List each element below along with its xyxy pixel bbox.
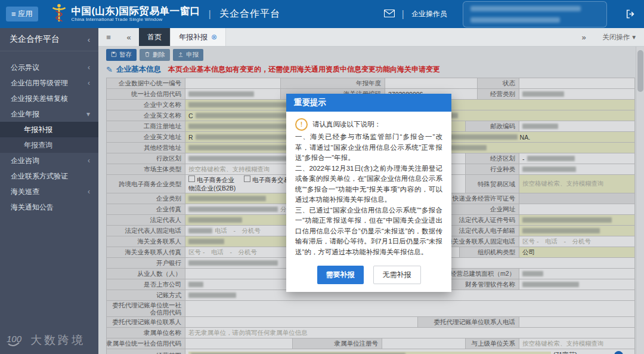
form-field[interactable] bbox=[519, 121, 634, 131]
form-field[interactable]: - bbox=[519, 153, 634, 164]
form-field[interactable] bbox=[519, 215, 634, 225]
scrollbar-thumb[interactable] bbox=[637, 50, 643, 92]
sidebar-item-label: 企业信用等级管理 bbox=[11, 78, 68, 88]
close-tab-icon[interactable]: ⊗ bbox=[211, 33, 217, 41]
checkbox-option[interactable]: 电子商务企业 bbox=[188, 176, 234, 184]
site-title: 中国(山东)国际贸易单一窗口 China International Trade… bbox=[72, 5, 200, 23]
form-row: 隶属单位名称若无隶属单位，请勿填写任何隶属单位信息 bbox=[107, 328, 634, 338]
form-field[interactable] bbox=[519, 78, 634, 88]
sidebar-item[interactable]: 企业联系方式验证 bbox=[0, 168, 98, 184]
modal-intro: 请认真阅读以下说明： bbox=[312, 119, 381, 130]
form-field[interactable] bbox=[385, 78, 478, 88]
menu-toggle-icon[interactable]: ≡ bbox=[98, 28, 119, 46]
form-label: 与上级单位关系 bbox=[466, 338, 519, 349]
checkbox-label: 物流企业(仅B2B) bbox=[188, 184, 236, 192]
form-label: 行业种类 bbox=[466, 164, 519, 174]
sidebar-item[interactable]: 企业咨询‹ bbox=[0, 153, 98, 168]
form-field[interactable] bbox=[519, 226, 634, 236]
watermark: 100 大数跨境 bbox=[6, 333, 85, 348]
tab-label: 年报补报 bbox=[179, 32, 208, 42]
site-title-cn: 中国(山东)国际贸易单一窗口 bbox=[72, 5, 200, 16]
field-text: 按空格键检索、支持模糊查询 bbox=[522, 340, 604, 348]
redacted-text bbox=[188, 293, 236, 298]
close-operations-dropdown[interactable]: 关闭操作 ▾ bbox=[594, 28, 644, 46]
form-field[interactable] bbox=[519, 204, 634, 214]
sidebar-item[interactable]: 企业报关差错复核 bbox=[0, 91, 98, 106]
form-field[interactable]: 若无隶属单位，请勿填写任何隶属单位信息 bbox=[185, 328, 634, 338]
sidebar-item[interactable]: 企业信用等级管理‹ bbox=[0, 75, 98, 91]
field-text: 按空格键检索、支持模糊查询 bbox=[522, 180, 604, 188]
form-label: 海关业务联系人 bbox=[107, 236, 185, 247]
tab-label: 首页 bbox=[147, 32, 162, 42]
redacted-text bbox=[522, 124, 558, 129]
sidebar-item[interactable]: 公示异议‹ bbox=[0, 60, 98, 75]
form-field[interactable] bbox=[519, 89, 634, 99]
no-supplement-button[interactable]: 无需补报 bbox=[373, 266, 421, 284]
redacted-text bbox=[188, 207, 278, 212]
redacted-text bbox=[522, 282, 579, 287]
form-field[interactable] bbox=[185, 78, 281, 88]
sidebar-item[interactable]: 海关巡查‹ bbox=[0, 184, 98, 199]
form-field[interactable]: (71字节)••• bbox=[185, 349, 634, 354]
sidebar-item[interactable]: 年报补报 bbox=[0, 122, 98, 137]
form-field[interactable] bbox=[519, 269, 634, 279]
vertical-scrollbar[interactable] bbox=[636, 47, 644, 354]
more-icon[interactable]: ••• bbox=[614, 351, 623, 354]
redacted-text bbox=[522, 271, 543, 276]
field-text: 电话 - 分机号 bbox=[215, 227, 261, 235]
sidebar-title: 关企合作平台 bbox=[10, 34, 60, 45]
sidebar-item[interactable]: 企业年报▾ bbox=[0, 106, 98, 122]
redacted-text bbox=[188, 282, 203, 287]
need-supplement-button[interactable]: 需要补报 bbox=[317, 266, 364, 284]
mail-icon[interactable] bbox=[384, 9, 395, 20]
sidebar-header[interactable]: 关企合作平台 ‹ bbox=[0, 28, 98, 51]
sidebar-item[interactable]: 年报查询 bbox=[0, 137, 98, 153]
form-field[interactable]: 区号 - 电话 - 分机号 bbox=[519, 236, 634, 247]
logout-icon[interactable] bbox=[626, 9, 636, 21]
sidebar-item-label: 企业年报 bbox=[11, 109, 39, 119]
declare-button[interactable]: 申报 bbox=[173, 49, 203, 61]
scroll-tabs-right-icon[interactable]: » bbox=[574, 28, 594, 46]
platform-title: 关企合作平台 bbox=[219, 8, 280, 20]
form-field[interactable] bbox=[519, 193, 634, 204]
form-label: 开户银行 bbox=[107, 258, 185, 268]
form-field[interactable]: 按空格键检索、支持模糊查询 bbox=[519, 338, 634, 349]
tab[interactable]: 首页 bbox=[139, 28, 171, 46]
form-label: 跨境电子商务企业类型 bbox=[107, 175, 185, 193]
form-label: 从业人数（人） bbox=[107, 269, 185, 279]
save-button[interactable]: 暂存 bbox=[106, 49, 137, 61]
tab[interactable]: 年报补报⊗ bbox=[171, 28, 226, 46]
apps-menu-button[interactable]: ≡ 应用 bbox=[6, 7, 38, 21]
form-field[interactable] bbox=[519, 279, 634, 290]
form-label: 法定代表人固定电话 bbox=[107, 226, 185, 236]
chevron-icon: ‹ bbox=[88, 63, 90, 72]
form-field[interactable] bbox=[185, 89, 281, 99]
delete-button[interactable]: 删除 bbox=[140, 49, 170, 61]
form-label: 委托代理记账单位联系人 bbox=[107, 317, 185, 327]
checkbox-icon[interactable] bbox=[244, 176, 250, 182]
form-field[interactable]: 按空格键检索、支持模糊查询 bbox=[519, 175, 634, 193]
form-label: 隶属单位统一社会信用代码 bbox=[107, 338, 185, 349]
modal-title: 重要提示 bbox=[286, 94, 451, 112]
field-text: NA. bbox=[520, 134, 531, 141]
form-field[interactable] bbox=[185, 317, 418, 327]
form-field[interactable] bbox=[185, 301, 634, 316]
form-field[interactable]: 公司 bbox=[519, 247, 634, 257]
redacted-text bbox=[522, 91, 564, 97]
checkbox-option[interactable]: 物流企业(仅B2B) bbox=[188, 184, 236, 192]
tab-bar: ≡ « 首页年报补报⊗ » 关闭操作 ▾ bbox=[98, 28, 644, 47]
sidebar-item[interactable]: 海关通知公告 bbox=[0, 199, 98, 215]
form-field[interactable] bbox=[382, 338, 466, 349]
chevron-icon: ▾ bbox=[86, 110, 90, 118]
scroll-tabs-left-icon[interactable]: « bbox=[119, 28, 139, 46]
form-row: 企业数据中心统一编号年报年度状态 bbox=[107, 78, 634, 89]
form-field[interactable] bbox=[519, 164, 634, 174]
redacted-text bbox=[522, 167, 576, 172]
field-text: 区号 - 电话 - 分机号 bbox=[188, 248, 257, 257]
upload-icon bbox=[178, 51, 184, 59]
form-field[interactable] bbox=[185, 338, 293, 349]
form-field[interactable] bbox=[519, 317, 634, 327]
checkbox-icon[interactable] bbox=[188, 176, 195, 182]
sidebar: 关企合作平台 ‹ 公示异议‹企业信用等级管理‹企业报关差错复核企业年报▾年报补报… bbox=[0, 28, 98, 354]
form-label: 企业中文名称 bbox=[107, 100, 185, 110]
